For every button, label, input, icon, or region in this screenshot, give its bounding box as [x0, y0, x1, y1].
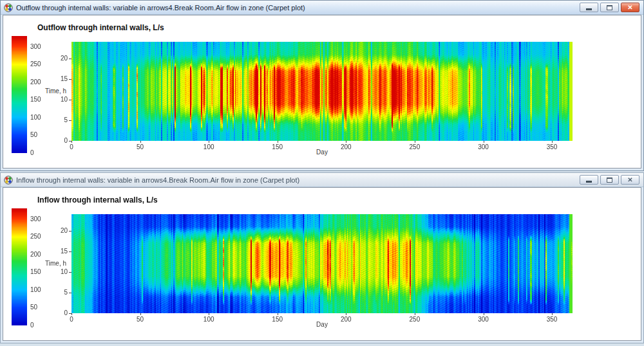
plot-title: Inflow through internal walls, L/s	[37, 196, 158, 205]
carpet-plot-pinwheel-icon	[4, 176, 13, 185]
x-axis-label: Day	[309, 321, 335, 328]
titlebar[interactable]: Inflow through internal walls: variable …	[1, 173, 643, 187]
maximize-icon	[607, 5, 612, 10]
window-title: Outflow through internal walls: variable…	[16, 4, 576, 12]
colorbar	[12, 208, 27, 325]
maximize-icon	[607, 178, 612, 183]
window-title: Inflow through internal walls: variable …	[16, 176, 576, 184]
maximize-button[interactable]	[600, 175, 619, 185]
close-button[interactable]: ✕	[621, 175, 639, 185]
window-outflow: Outflow through internal walls: variable…	[0, 0, 644, 171]
minimize-icon	[586, 8, 592, 10]
close-button[interactable]: ✕	[621, 3, 639, 12]
close-icon: ✕	[627, 177, 632, 183]
maximize-button[interactable]	[600, 3, 619, 12]
close-icon: ✕	[627, 5, 632, 11]
window-inflow: Inflow through internal walls: variable …	[0, 172, 644, 343]
heatmap-canvas[interactable]	[71, 42, 573, 141]
heatmap-canvas[interactable]	[71, 214, 573, 313]
carpet-plot-pinwheel-icon	[4, 3, 13, 12]
plot-title: Outflow through internal walls, L/s	[37, 23, 164, 32]
minimize-button[interactable]	[580, 3, 598, 12]
titlebar[interactable]: Outflow through internal walls: variable…	[1, 1, 643, 15]
colorbar	[12, 36, 27, 153]
y-axis-label: Time, h	[36, 260, 66, 267]
y-axis-label: Time, h	[36, 87, 66, 95]
minimize-button[interactable]	[580, 175, 598, 185]
x-axis-label: Day	[309, 149, 335, 156]
minimize-icon	[586, 181, 592, 183]
